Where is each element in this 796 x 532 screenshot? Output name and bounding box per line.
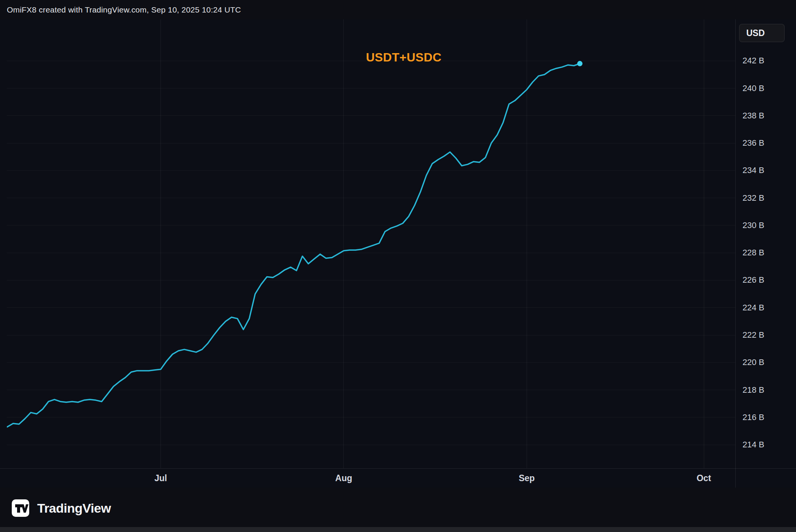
time-axis-month-label: Sep <box>519 473 535 483</box>
bottom-strip <box>0 527 796 532</box>
price-tick-label: 218 B <box>743 385 765 395</box>
tradingview-logo-icon <box>11 499 30 517</box>
price-tick-label: 222 B <box>743 330 765 340</box>
tradingview-chart-page: OmiFX8 created with TradingView.com, Sep… <box>0 0 796 532</box>
price-tick-label: 234 B <box>743 165 765 175</box>
tradingview-wordmark: TradingView <box>37 501 111 516</box>
time-axis-month-label: Aug <box>335 473 352 483</box>
price-tick-label: 242 B <box>743 56 765 66</box>
time-axis[interactable]: JulAugSepOct <box>0 468 796 488</box>
time-axis-labels: JulAugSepOct <box>0 469 796 488</box>
time-axis-month-label: Oct <box>697 473 711 483</box>
price-tick-label: 232 B <box>743 193 765 203</box>
price-tick-label: 228 B <box>743 248 765 258</box>
header-bar: OmiFX8 created with TradingView.com, Sep… <box>0 0 796 19</box>
price-tick-label: 230 B <box>743 220 765 230</box>
price-tick-label: 238 B <box>743 111 765 121</box>
price-tick-label: 216 B <box>743 412 765 422</box>
attribution-link[interactable]: OmiFX8 created with TradingView.com, Sep… <box>7 5 241 14</box>
price-tick-label: 224 B <box>743 303 765 313</box>
price-tick-label: 240 B <box>743 83 765 93</box>
footer: TradingView <box>0 488 796 532</box>
price-tick-label: 236 B <box>743 138 765 148</box>
price-scale[interactable]: USD 242 B240 B238 B236 B234 B232 B230 B2… <box>735 19 796 488</box>
last-point-marker <box>577 61 582 66</box>
series-line <box>7 64 580 427</box>
tradingview-logo-link[interactable]: TradingView <box>11 499 111 517</box>
price-tick-label: 220 B <box>743 357 765 367</box>
price-tick-labels: 242 B240 B238 B236 B234 B232 B230 B228 B… <box>736 19 796 488</box>
chart-widget: USDT+USDC USD 242 B240 B238 B236 B234 B2… <box>0 19 796 488</box>
series-label: USDT+USDC <box>366 50 441 65</box>
price-tick-label: 226 B <box>743 275 765 285</box>
chart-canvas[interactable] <box>7 19 735 468</box>
price-tick-label: 214 B <box>743 440 765 450</box>
time-axis-month-label: Jul <box>154 473 167 483</box>
